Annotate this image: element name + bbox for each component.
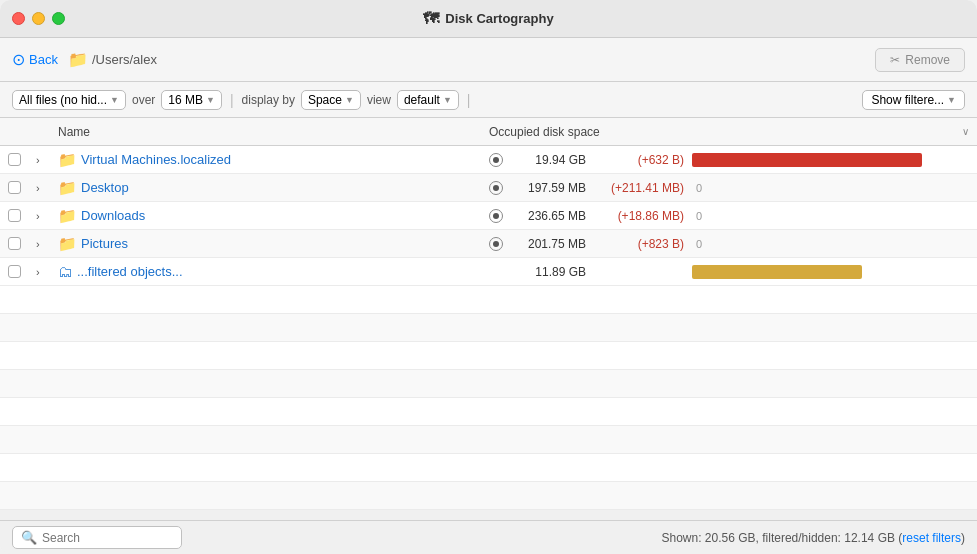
remove-label: Remove	[905, 53, 950, 67]
radio-dot[interactable]	[489, 237, 503, 251]
table-row[interactable]: › 🗂 ...filtered objects... 11.89 GB	[0, 258, 977, 286]
remove-button[interactable]: ✂ Remove	[875, 48, 965, 72]
close-button[interactable]	[12, 12, 25, 25]
table-row[interactable]: › 📁 Downloads 236.65 MB (+18.86 MB) 0	[0, 202, 977, 230]
folder-icon: 📁	[58, 179, 77, 197]
search-box[interactable]: 🔍	[12, 526, 182, 549]
all-files-label: All files (no hid...	[19, 93, 107, 107]
chevron-down-icon: ▼	[110, 95, 119, 105]
sort-icon[interactable]: ∨	[962, 126, 969, 137]
show-filtered-label: Show filtere...	[871, 93, 944, 107]
row-checkbox[interactable]	[8, 209, 36, 222]
all-files-select[interactable]: All files (no hid... ▼	[12, 90, 126, 110]
status-text: Shown: 20.56 GB, filtered/hidden: 12.14 …	[661, 531, 965, 545]
chevron-down-icon-2: ▼	[206, 95, 215, 105]
checkbox[interactable]	[8, 265, 21, 278]
titlebar: 🗺 Disk Cartography	[0, 0, 977, 38]
search-input[interactable]	[42, 531, 173, 545]
folder-icon: 🗂	[58, 263, 73, 280]
occupied-label: Occupied disk space	[489, 125, 600, 139]
row-checkbox[interactable]	[8, 237, 36, 250]
chevron-down-icon-4: ▼	[443, 95, 452, 105]
expand-button[interactable]: ›	[36, 210, 58, 222]
empty-row	[0, 454, 977, 482]
size-value: 16 MB	[168, 93, 203, 107]
row-name: 📁 Pictures	[58, 235, 489, 253]
empty-row	[0, 398, 977, 426]
search-icon: 🔍	[21, 530, 37, 545]
checkbox[interactable]	[8, 209, 21, 222]
statusbar: 🔍 Shown: 20.56 GB, filtered/hidden: 12.1…	[0, 520, 977, 554]
file-name: Virtual Machines.localized	[81, 152, 231, 167]
expand-button[interactable]: ›	[36, 182, 58, 194]
table-row[interactable]: › 📁 Desktop 197.59 MB (+211.41 MB) 0	[0, 174, 977, 202]
row-name: 📁 Virtual Machines.localized	[58, 151, 489, 169]
zero-indicator: 0	[696, 182, 702, 194]
row-checkbox[interactable]	[8, 153, 36, 166]
checkbox[interactable]	[8, 237, 21, 250]
file-name: Desktop	[81, 180, 129, 195]
empty-row	[0, 482, 977, 510]
back-label: Back	[29, 52, 58, 67]
back-button[interactable]: ⊙ Back	[12, 50, 58, 69]
expand-icon: ›	[36, 210, 40, 222]
expand-icon: ›	[36, 182, 40, 194]
remove-icon: ✂	[890, 53, 900, 67]
row-checkbox[interactable]	[8, 181, 36, 194]
display-by-select[interactable]: Space ▼	[301, 90, 361, 110]
empty-rows	[0, 286, 977, 510]
file-name: Downloads	[81, 208, 145, 223]
row-name: 📁 Desktop	[58, 179, 489, 197]
radio-dot[interactable]	[489, 153, 503, 167]
row-name: 📁 Downloads	[58, 207, 489, 225]
size-value: 236.65 MB	[511, 209, 586, 223]
row-checkbox[interactable]	[8, 265, 36, 278]
size-select[interactable]: 16 MB ▼	[161, 90, 222, 110]
expand-icon: ›	[36, 154, 40, 166]
maximize-button[interactable]	[52, 12, 65, 25]
show-filtered-button[interactable]: Show filtere... ▼	[862, 90, 965, 110]
row-space: 197.59 MB (+211.41 MB) 0	[489, 181, 969, 195]
folder-icon: 📁	[58, 235, 77, 253]
size-value: 11.89 GB	[511, 265, 586, 279]
toolbar: ⊙ Back 📁 /Users/alex ✂ Remove	[0, 38, 977, 82]
file-name: ...filtered objects...	[77, 264, 183, 279]
folder-icon: 📁	[68, 50, 88, 69]
table-row[interactable]: › 📁 Pictures 201.75 MB (+823 B) 0	[0, 230, 977, 258]
zero-indicator: 0	[696, 238, 702, 250]
empty-row	[0, 426, 977, 454]
status-suffix: )	[961, 531, 965, 545]
row-space: 11.89 GB	[489, 265, 969, 279]
view-select[interactable]: default ▼	[397, 90, 459, 110]
folder-icon: 📁	[58, 207, 77, 225]
traffic-lights	[12, 12, 65, 25]
expand-button[interactable]: ›	[36, 238, 58, 250]
checkbox[interactable]	[8, 181, 21, 194]
expand-button[interactable]: ›	[36, 266, 58, 278]
chevron-down-icon-3: ▼	[345, 95, 354, 105]
row-space: 236.65 MB (+18.86 MB) 0	[489, 209, 969, 223]
reset-filters-link[interactable]: reset filters	[902, 531, 961, 545]
size-value: 201.75 MB	[511, 237, 586, 251]
radio-dot[interactable]	[489, 209, 503, 223]
radio-dot[interactable]	[489, 181, 503, 195]
expand-icon: ›	[36, 238, 40, 250]
table-header: Name Occupied disk space ∨	[0, 118, 977, 146]
title-text: Disk Cartography	[445, 11, 553, 26]
checkbox[interactable]	[8, 153, 21, 166]
minimize-button[interactable]	[32, 12, 45, 25]
chevron-down-icon-5: ▼	[947, 95, 956, 105]
table-row[interactable]: › 📁 Virtual Machines.localized 19.94 GB …	[0, 146, 977, 174]
path-display: 📁 /Users/alex	[68, 50, 157, 69]
bar-container	[692, 153, 969, 167]
bar-container: 0	[692, 181, 969, 195]
size-value: 197.59 MB	[511, 181, 586, 195]
app-icon: 🗺	[423, 10, 439, 28]
shown-text: Shown: 20.56 GB, filtered/hidden: 12.14 …	[661, 531, 902, 545]
expand-icon: ›	[36, 266, 40, 278]
expand-button[interactable]: ›	[36, 154, 58, 166]
display-by-value: Space	[308, 93, 342, 107]
over-label: over	[132, 93, 155, 107]
bar-container: 0	[692, 237, 969, 251]
row-space: 201.75 MB (+823 B) 0	[489, 237, 969, 251]
